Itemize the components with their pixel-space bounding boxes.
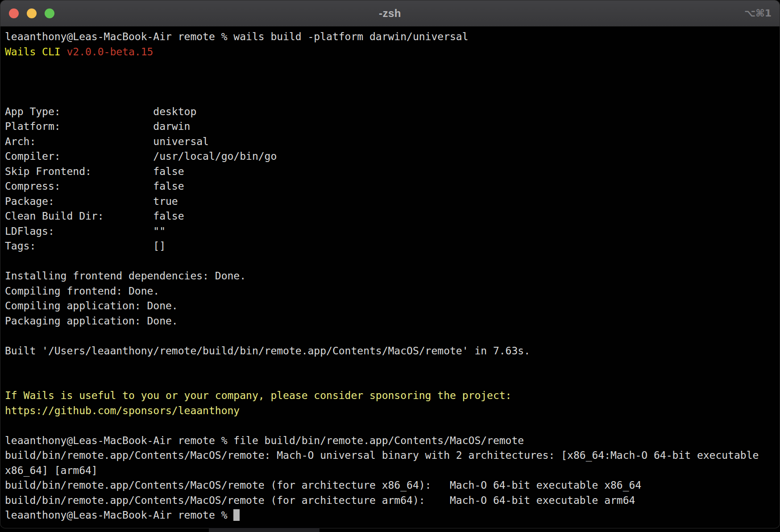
terminal-line	[5, 358, 775, 374]
terminal-window: -zsh ⌥⌘1 leaanthony@Leas-MacBook-Air rem…	[0, 0, 780, 528]
terminal-text-segment: Compiling application: Done.	[5, 300, 178, 312]
terminal-line: leaanthony@Leas-MacBook-Air remote % wai…	[5, 29, 775, 45]
terminal-line: LDFlags: ""	[5, 224, 775, 239]
terminal-line: Skip Frontend: false	[5, 164, 775, 179]
terminal-line: Tags: []	[5, 239, 775, 254]
text-cursor	[233, 509, 240, 521]
title-bar[interactable]: -zsh ⌥⌘1	[0, 0, 780, 27]
terminal-line: leaanthony@Leas-MacBook-Air remote % fil…	[5, 433, 775, 449]
terminal-output[interactable]: leaanthony@Leas-MacBook-Air remote % wai…	[0, 27, 780, 523]
terminal-line	[5, 328, 775, 344]
terminal-text-segment: leaanthony@Leas-MacBook-Air remote % fil…	[5, 435, 524, 446]
terminal-line: x86_64] [arm64]	[5, 463, 775, 478]
terminal-text-segment: leaanthony@Leas-MacBook-Air remote %	[5, 509, 233, 521]
terminal-line: Compiler: /usr/local/go/bin/go	[5, 149, 775, 164]
terminal-line: leaanthony@Leas-MacBook-Air remote %	[5, 508, 775, 523]
terminal-line: build/bin/remote.app/Contents/MacOS/remo…	[5, 448, 775, 463]
background-window-sliver	[209, 528, 319, 532]
terminal-line	[5, 374, 775, 389]
terminal-line	[5, 59, 775, 75]
close-button[interactable]	[9, 8, 19, 18]
tab-shortcut-label: ⌥⌘1	[744, 8, 772, 19]
terminal-text-segment: Wails CLI	[5, 46, 66, 58]
terminal-line: Package: true	[5, 194, 775, 209]
zoom-button[interactable]	[45, 8, 54, 18]
terminal-line: Installing frontend dependencies: Done.	[5, 269, 775, 284]
terminal-text-segment: leaanthony@Leas-MacBook-Air remote % wai…	[5, 31, 469, 42]
terminal-text-segment: Compiler: /usr/local/go/bin/go	[5, 150, 277, 162]
terminal-text-segment: Package: true	[5, 195, 178, 207]
terminal-text-segment: https://github.com/sponsors/leaanthony	[5, 405, 240, 416]
terminal-line: https://github.com/sponsors/leaanthony	[5, 403, 775, 419]
window-title: -zsh	[379, 7, 401, 20]
terminal-line: Platform: darwin	[5, 119, 775, 134]
terminal-text-segment: Clean Build Dir: false	[5, 210, 184, 222]
terminal-text-segment: If Wails is useful to you or your compan…	[5, 390, 511, 401]
terminal-text-segment: Built '/Users/leaanthony/remote/build/bi…	[5, 345, 530, 357]
terminal-text-segment: Compiling frontend: Done.	[5, 285, 159, 297]
terminal-text-segment: Compress: false	[5, 180, 184, 192]
terminal-line	[5, 89, 775, 104]
terminal-line: Clean Build Dir: false	[5, 209, 775, 224]
terminal-text-segment: Platform: darwin	[5, 121, 190, 132]
terminal-text-segment: LDFlags: ""	[5, 225, 166, 237]
terminal-line: Arch: universal	[5, 134, 775, 150]
terminal-text-segment: Installing frontend dependencies: Done.	[5, 270, 246, 282]
terminal-text-segment: build/bin/remote.app/Contents/MacOS/remo…	[5, 495, 635, 506]
terminal-line: Wails CLI v2.0.0-beta.15	[5, 45, 775, 60]
terminal-line	[5, 75, 775, 90]
terminal-text-segment: x86_64] [arm64]	[5, 465, 98, 476]
terminal-line: If Wails is useful to you or your compan…	[5, 388, 775, 403]
terminal-line: Compiling application: Done.	[5, 299, 775, 314]
minimize-button[interactable]	[27, 8, 37, 18]
terminal-line	[5, 418, 775, 433]
terminal-line: App Type: desktop	[5, 104, 775, 120]
terminal-line: Compiling frontend: Done.	[5, 284, 775, 299]
terminal-line: Compress: false	[5, 179, 775, 194]
terminal-text-segment: Packaging application: Done.	[5, 315, 178, 327]
traffic-lights	[9, 0, 54, 26]
terminal-text-segment: build/bin/remote.app/Contents/MacOS/remo…	[5, 449, 759, 461]
terminal-line	[5, 254, 775, 269]
terminal-text-segment: Tags: []	[5, 240, 166, 252]
terminal-text-segment: App Type: desktop	[5, 106, 196, 117]
terminal-line: Packaging application: Done.	[5, 314, 775, 329]
terminal-line: Built '/Users/leaanthony/remote/build/bi…	[5, 344, 775, 359]
terminal-line: build/bin/remote.app/Contents/MacOS/remo…	[5, 478, 775, 493]
terminal-text-segment: Skip Frontend: false	[5, 166, 184, 177]
terminal-line: build/bin/remote.app/Contents/MacOS/remo…	[5, 493, 775, 508]
terminal-text-segment: v2.0.0-beta.15	[66, 46, 153, 58]
terminal-text-segment: build/bin/remote.app/Contents/MacOS/remo…	[5, 479, 641, 491]
terminal-text-segment: Arch: universal	[5, 136, 209, 147]
